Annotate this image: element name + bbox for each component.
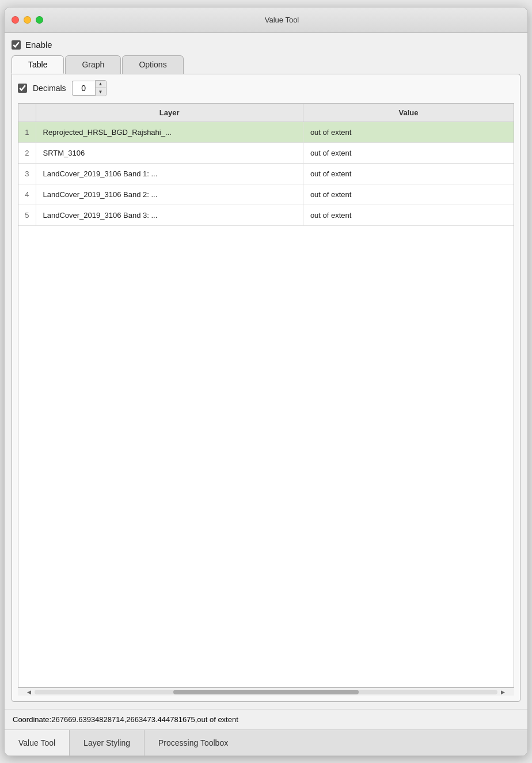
enable-label: Enable [25, 40, 52, 50]
enable-row: Enable [12, 40, 520, 50]
spinner-up-button[interactable]: ▲ [96, 81, 106, 88]
bottom-tab-value-tool[interactable]: Value Tool [5, 730, 70, 756]
bottom-tab-layer-styling[interactable]: Layer Styling [70, 730, 145, 756]
row-layer: LandCover_2019_3106 Band 1: ... [36, 164, 303, 184]
row-number: 3 [18, 164, 36, 184]
table-header-row: Layer Value [18, 104, 514, 122]
data-table-container[interactable]: Layer Value 1Reprojected_HRSL_BGD_Rajsha… [18, 103, 514, 688]
row-number: 4 [18, 184, 36, 205]
table-panel: Decimals ▲ ▼ Layer Value [12, 74, 520, 702]
table-row[interactable]: 5LandCover_2019_3106 Band 3: ...out of e… [18, 205, 514, 226]
table-row[interactable]: 1Reprojected_HRSL_BGD_Rajshahi_...out of… [18, 122, 514, 143]
close-button[interactable] [12, 16, 19, 24]
status-bar: Coordinate:267669.63934828714,2663473.44… [5, 709, 527, 730]
bottom-tabs: Value Tool Layer Styling Processing Tool… [5, 730, 527, 756]
window-title: Value Tool [43, 16, 520, 24]
scroll-thumb [173, 690, 359, 694]
tab-options[interactable]: Options [122, 55, 183, 74]
row-number: 2 [18, 143, 36, 164]
titlebar: Value Tool [5, 7, 527, 33]
tab-graph[interactable]: Graph [65, 55, 121, 74]
bottom-tab-processing-toolbox[interactable]: Processing Toolbox [145, 730, 242, 756]
row-layer: SRTM_3106 [36, 143, 303, 164]
table-row[interactable]: 4LandCover_2019_3106 Band 2: ...out of e… [18, 184, 514, 205]
col-layer: Layer [36, 104, 303, 122]
maximize-button[interactable] [36, 16, 43, 24]
main-window: Value Tool Enable Table Graph Options [4, 7, 528, 756]
table-row[interactable]: 3LandCover_2019_3106 Band 1: ...out of e… [18, 164, 514, 184]
decimals-label: Decimals [33, 84, 66, 93]
main-content: Enable Table Graph Options Decimals [5, 33, 527, 709]
scroll-right-arrow[interactable]: ▶ [500, 689, 506, 695]
data-table: Layer Value 1Reprojected_HRSL_BGD_Rajsha… [18, 104, 514, 226]
decimals-row: Decimals ▲ ▼ [18, 80, 514, 96]
row-value: out of extent [303, 122, 514, 143]
spinner-buttons: ▲ ▼ [95, 80, 107, 96]
minimize-button[interactable] [24, 16, 31, 24]
scroll-left-arrow[interactable]: ◀ [26, 689, 32, 695]
decimals-spinner: ▲ ▼ [72, 80, 107, 96]
col-value: Value [303, 104, 514, 122]
row-layer: LandCover_2019_3106 Band 2: ... [36, 184, 303, 205]
decimals-input[interactable] [72, 81, 95, 96]
row-layer: LandCover_2019_3106 Band 3: ... [36, 205, 303, 226]
coordinate-text: Coordinate:267669.63934828714,2663473.44… [13, 715, 238, 724]
horizontal-scrollbar[interactable]: ◀ ▶ [18, 688, 514, 696]
row-value: out of extent [303, 184, 514, 205]
spinner-down-button[interactable]: ▼ [96, 88, 106, 96]
scroll-track[interactable] [35, 690, 497, 694]
row-value: out of extent [303, 205, 514, 226]
table-row[interactable]: 2SRTM_3106out of extent [18, 143, 514, 164]
row-layer: Reprojected_HRSL_BGD_Rajshahi_... [36, 122, 303, 143]
enable-checkbox[interactable] [12, 40, 21, 50]
row-value: out of extent [303, 143, 514, 164]
row-number: 1 [18, 122, 36, 143]
row-number: 5 [18, 205, 36, 226]
tabs-container: Table Graph Options [12, 55, 520, 74]
tab-table[interactable]: Table [12, 55, 64, 74]
col-num [18, 104, 36, 122]
decimals-checkbox[interactable] [18, 84, 27, 93]
row-value: out of extent [303, 164, 514, 184]
window-controls [12, 16, 43, 24]
